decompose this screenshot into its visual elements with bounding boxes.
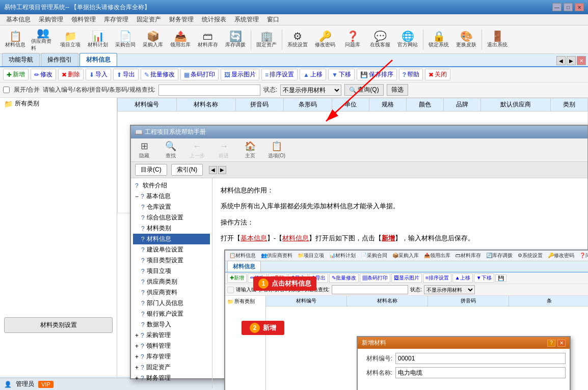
tab-material-info[interactable]: 材料信息 (79, 53, 117, 66)
tool-material-info[interactable]: 📋 材料信息 (2, 27, 29, 52)
tool-purchase-contract[interactable]: 📄 采购合同 (112, 27, 139, 52)
help-tree-item-supplier-category[interactable]: ? 供应商类别 (133, 276, 210, 287)
help-link-add[interactable]: 新增 (382, 234, 395, 242)
menu-system[interactable]: 系统管理 (230, 14, 263, 25)
btn-move-up[interactable]: ▲ 上移 (300, 69, 326, 80)
inner-btn-barcode: ▦条码打印 (360, 273, 390, 283)
menu-material-mgmt[interactable]: 领料管理 (67, 14, 100, 25)
tool-fixed-assets[interactable]: 🏢 固定资产 (253, 27, 280, 52)
tool-material-plan[interactable]: 📊 材料计划 (85, 27, 111, 52)
btn-save-sort[interactable]: 💾 保存排序 (357, 69, 397, 80)
help-tree-item-basic-info[interactable]: − ? 基本信息 (133, 191, 210, 202)
dialog-help-btn[interactable]: ? (547, 340, 555, 347)
tool-issue-bank[interactable]: ❓ 问题库 (339, 27, 366, 52)
help-tree-item-dept-staff[interactable]: ? 部门人员信息 (133, 298, 210, 309)
tab-function-nav[interactable]: 功能导航 (2, 53, 40, 66)
tab-next-btn[interactable]: ▶ (567, 56, 576, 65)
left-tree: 📁 所有类别 材料类别设置 (0, 98, 117, 377)
tool-skin[interactable]: 🎨 更换皮肤 (453, 27, 479, 52)
help-tool-options[interactable]: 📋 选项(O) (268, 141, 286, 159)
btn-export[interactable]: ⬆ 导出 (113, 69, 139, 80)
help-tree-item-fixed-assets-mgmt[interactable]: + ? 固定资产 (133, 362, 210, 373)
tool-exit[interactable]: 🚪 退出系统 (484, 27, 511, 52)
filter-button[interactable]: 筛选 (387, 84, 408, 96)
search-button[interactable]: 🔍 查询(Q) (344, 84, 383, 96)
btn-import[interactable]: ⬇ 导入 (86, 69, 111, 80)
btn-batch-edit[interactable]: ✎ 批量修改 (141, 69, 178, 80)
help-tree-item-project-setup[interactable]: ? 项目立项 (133, 266, 210, 276)
tool-supplier[interactable]: 👥 供应商资料 (30, 27, 56, 52)
minimize-btn[interactable]: — (552, 3, 562, 11)
tool-online-service[interactable]: 💬 在线客服 (367, 27, 393, 52)
help-tool-search[interactable]: 🔍 查找 (162, 141, 180, 159)
tool-purchase-in[interactable]: 📦 采购入库 (140, 27, 166, 52)
inner-tool-material-info: 📋材料信息 (227, 252, 258, 260)
btn-add[interactable]: ✚ 新增 (3, 69, 29, 80)
help-tree-item-inventory-mgmt[interactable]: + ? 库存管理 (133, 351, 210, 362)
btn-help[interactable]: ? 帮助 (399, 69, 423, 80)
help-link-material-info[interactable]: 材料信息 (282, 234, 309, 242)
help-tree-item-data-import[interactable]: ? 数据导入 (133, 319, 210, 330)
status-vip-badge: VIP (38, 381, 54, 388)
help-tree-item-warehouse[interactable]: ? 仓库设置 (133, 202, 210, 212)
filter-search-input[interactable] (158, 85, 260, 96)
help-tree-item-finance-mgmt[interactable]: + ? 财务管理 (133, 373, 210, 383)
project-type-icon: ? (141, 257, 145, 264)
close-btn[interactable]: ✕ (575, 3, 584, 11)
expand-collapse-checkbox[interactable] (3, 87, 10, 93)
btn-edit[interactable]: ✏ 修改 (31, 69, 56, 80)
dialog-close-btn[interactable]: ✕ (557, 340, 566, 347)
menu-window[interactable]: 窗口 (263, 14, 283, 25)
help-link-basic-info[interactable]: 基本信息 (240, 234, 267, 242)
maximize-btn[interactable]: □ (564, 3, 573, 11)
help-tree-item-purchase-mgmt[interactable]: + ? 采购管理 (133, 330, 210, 341)
tool-lock[interactable]: 🔒 锁定系统 (425, 27, 452, 52)
help-tool-home[interactable]: 🏠 主页 (241, 141, 259, 159)
tool-system-settings[interactable]: ⚙ 系统设置 (284, 27, 311, 52)
help-tab-toc[interactable]: 目录(C) (135, 164, 167, 176)
tool-issue-out[interactable]: 📤 领用出库 (167, 27, 194, 52)
menu-fixed-assets[interactable]: 固定资产 (132, 14, 165, 25)
dialog-name-input[interactable] (395, 367, 566, 378)
menu-finance[interactable]: 财务管理 (165, 14, 198, 25)
help-tree-item-material-info[interactable]: ? 材料信息 (133, 234, 210, 244)
btn-show-image[interactable]: 🖼 显示图片 (221, 69, 259, 80)
supplier-icon: 👥 (37, 27, 49, 38)
help-toolbar: ⊞ 隐藏 🔍 查找 ← 上一步 → 前进 🏠 主页 📋 选项(O) (131, 138, 587, 162)
step2-circle: 2 (250, 323, 260, 333)
menu-basic-info[interactable]: 基本信息 (2, 14, 35, 25)
btn-delete[interactable]: ✖ 删除 (58, 69, 84, 80)
tab-close-btn[interactable]: ✕ (577, 56, 586, 65)
btn-sort-settings[interactable]: ≡ 排序设置 (261, 69, 298, 80)
category-settings-btn[interactable]: 材料类别设置 (4, 317, 113, 333)
menu-reports[interactable]: 统计报表 (198, 14, 230, 25)
help-tree-item-bank-account[interactable]: ? 银行账户设置 (133, 309, 210, 319)
help-tree-item-construction-unit[interactable]: ? 建设单位设置 (133, 244, 210, 255)
help-tree-item-software-intro[interactable]: ? 软件介绍 (133, 180, 210, 191)
menu-inventory[interactable]: 库存管理 (100, 14, 132, 25)
tab-prev-btn[interactable]: ◀ (556, 56, 566, 65)
help-tree-item-project-type[interactable]: ? 项目类型设置 (133, 255, 210, 266)
help-tree-item-material-category[interactable]: ? 材料类别 (133, 223, 210, 234)
help-tab-index[interactable]: 索引(N) (171, 164, 203, 176)
tab-operation-guide[interactable]: 操作指引 (41, 53, 78, 66)
help-tree-item-general-settings[interactable]: ? 综合信息设置 (133, 212, 210, 223)
help-tab-next-btn[interactable]: ▶ (218, 166, 226, 174)
help-tab-prev-btn[interactable]: ◀ (209, 166, 217, 174)
dialog-code-input[interactable] (395, 353, 566, 364)
tool-project[interactable]: 📁 项目立项 (57, 27, 84, 52)
tool-material-inventory[interactable]: 🗃 材料库存 (195, 27, 221, 52)
tool-official-site[interactable]: 🌐 官方网站 (394, 27, 421, 52)
tree-root-all-categories[interactable]: 📁 所有类别 (0, 98, 117, 109)
tool-transfer[interactable]: 🔄 库存调拨 (222, 27, 249, 52)
btn-close[interactable]: ✖ 关闭 (425, 69, 450, 80)
tool-change-password[interactable]: 🔑 修改密码 (312, 27, 338, 52)
help-tree-item-material-mgmt[interactable]: + ? 领料管理 (133, 341, 210, 351)
menu-purchase[interactable]: 采购管理 (35, 14, 67, 25)
status-select[interactable]: 不显示停用材料 显示全部材料 只显示停用材料 (280, 85, 341, 96)
help-tool-hide[interactable]: ⊞ 隐藏 (135, 141, 153, 159)
help-tree-item-supplier-info[interactable]: ? 供应商资料 (133, 287, 210, 298)
btn-move-down[interactable]: ▼ 下移 (328, 69, 355, 80)
btn-barcode-print[interactable]: ▦ 条码打印 (180, 69, 219, 80)
help-tool-back: ← 上一步 (188, 141, 206, 159)
